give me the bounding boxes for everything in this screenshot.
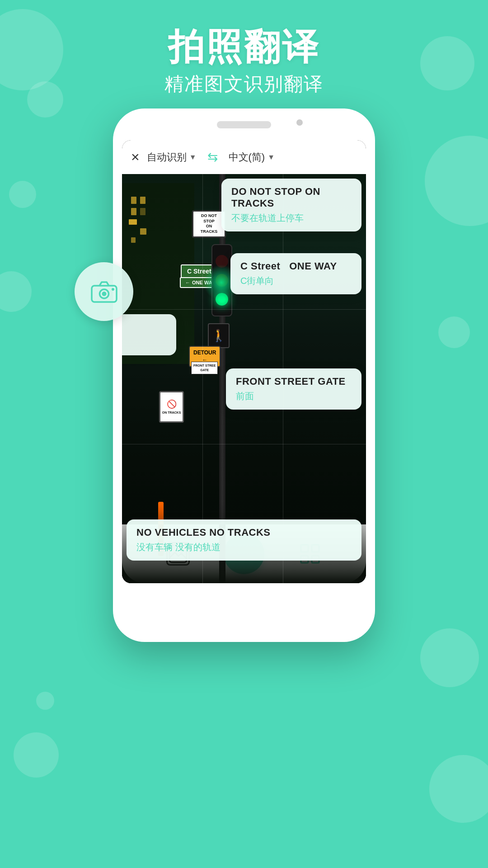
bubble-1-translated: 不要在轨道上停车 bbox=[231, 212, 352, 224]
phone-speaker bbox=[217, 121, 271, 128]
camera-float-button[interactable] bbox=[75, 262, 133, 321]
walk-signal: 🚶 bbox=[208, 323, 230, 348]
do-not-stop-sign: DO NOTSTOPONTRACKS bbox=[192, 210, 226, 238]
screen-topbar: × 自动识别 ▼ ⇆ 中文(简) ▼ bbox=[122, 140, 366, 174]
bubble-4-translated: 前面 bbox=[236, 390, 352, 402]
swap-language-button[interactable]: ⇆ bbox=[207, 150, 218, 165]
phone-screen: × 自动识别 ▼ ⇆ 中文(简) ▼ bbox=[122, 140, 366, 583]
bubble-4-original: FRONT STREET GATE bbox=[236, 376, 352, 387]
app-subtitle: 精准图文识别翻译 bbox=[0, 71, 488, 97]
bubble-detour-translated: 绕行 bbox=[122, 336, 166, 348]
phone-front-camera bbox=[296, 119, 303, 126]
bubble-1-original: DO NOT STOP ON TRACKS bbox=[231, 186, 352, 209]
phone-body: × 自动识别 ▼ ⇆ 中文(简) ▼ bbox=[113, 108, 375, 642]
target-lang-label: 中文(简) bbox=[229, 151, 265, 164]
svg-point-3 bbox=[112, 288, 114, 291]
source-lang-selector[interactable]: 自动识别 ▼ bbox=[147, 151, 197, 164]
translation-bubble-5[interactable]: NO VEHICLES NO TRACKS 没有车辆 没有的轨道 bbox=[127, 519, 361, 561]
close-button[interactable]: × bbox=[131, 149, 140, 165]
header-area: 拍照翻译 精准图文识别翻译 bbox=[0, 0, 488, 110]
app-title: 拍照翻译 bbox=[0, 27, 488, 67]
svg-point-2 bbox=[102, 292, 106, 296]
camera-viewfinder: DO NOTSTOPONTRACKS C Street ← ONE WAY bbox=[122, 174, 366, 583]
front-street-sign: FRONT STREEGATE bbox=[191, 362, 218, 374]
no-vehicles-sign: 🚫 ON TRACKS bbox=[159, 391, 184, 423]
camera-icon bbox=[89, 279, 119, 304]
bubble-5-translated: 没有车辆 没有的轨道 bbox=[136, 541, 352, 553]
target-lang-arrow: ▼ bbox=[267, 153, 275, 161]
translation-bubble-2[interactable]: C Street ONE WAY C街单向 bbox=[230, 253, 361, 294]
translation-bubble-1[interactable]: DO NOT STOP ON TRACKS 不要在轨道上停车 bbox=[221, 179, 361, 231]
bubble-2-translated: C街单向 bbox=[240, 275, 352, 287]
translation-bubble-4[interactable]: FRONT STREET GATE 前面 bbox=[226, 368, 361, 410]
bubble-2-original: C Street ONE WAY bbox=[240, 260, 352, 272]
phone-mockup: × 自动识别 ▼ ⇆ 中文(简) ▼ bbox=[113, 108, 375, 642]
target-lang-selector[interactable]: 中文(简) ▼ bbox=[229, 151, 275, 164]
source-lang-label: 自动识别 bbox=[147, 151, 187, 164]
translation-bubble-detour[interactable]: DETOUR 绕行 bbox=[122, 314, 176, 355]
source-lang-arrow: ▼ bbox=[189, 153, 197, 161]
bubble-detour-original: DETOUR bbox=[122, 321, 166, 333]
bubble-5-original: NO VEHICLES NO TRACKS bbox=[136, 527, 352, 538]
